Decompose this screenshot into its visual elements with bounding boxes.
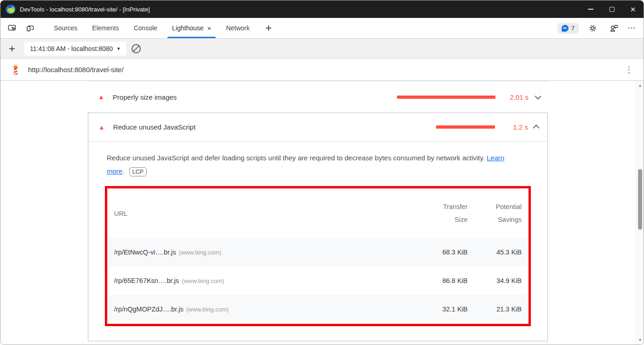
- resource-url: /rp/nQgMOPZdJ….br.js: [114, 305, 184, 313]
- transfer-size-cell: 68.3 KiB: [420, 238, 474, 266]
- more-options-button[interactable]: ⋯: [627, 23, 636, 33]
- report-menu-button[interactable]: ⋮: [621, 64, 637, 75]
- devtools-window: DevTools - localhost:8080/travel-site/ -…: [0, 0, 644, 345]
- transfer-size-cell: 32.1 KiB: [420, 295, 474, 324]
- tab-sources[interactable]: Sources: [46, 18, 85, 38]
- audit-impact-bar: [436, 125, 495, 129]
- audit-reduce-unused-javascript: ▲ Reduce unused JavaScript 1.2 s Reduce …: [88, 113, 548, 341]
- minimize-button[interactable]: [580, 0, 601, 18]
- resource-host: (www.bing.com): [186, 306, 229, 313]
- url-cell: /rp/EtNwcQ-vi….br.js(www.bing.com): [108, 238, 420, 266]
- issues-bubble-icon: [562, 25, 569, 32]
- add-tab-button[interactable]: +: [257, 18, 280, 38]
- fail-triangle-icon: ▲: [98, 93, 104, 101]
- settings-button[interactable]: [585, 21, 600, 35]
- report-content: ▲ Properly size images 2.01 s ▲ Reduce u…: [0, 81, 644, 345]
- potential-savings-cell: 34.9 KiB: [474, 266, 529, 295]
- report-url: http://localhost:8080/travel-site/: [28, 66, 124, 74]
- resource-url: /rp/65E767Ksn….br.js: [114, 277, 179, 284]
- tab-close-icon[interactable]: ×: [207, 25, 212, 32]
- punctuation: .: [122, 167, 124, 175]
- audit-metric: 1.2 s: [436, 123, 539, 131]
- clear-reports-button[interactable]: [132, 44, 141, 53]
- close-icon: ✕: [630, 6, 636, 13]
- dropdown-caret-icon: ▼: [116, 46, 121, 51]
- tab-label: Elements: [92, 24, 119, 32]
- gear-icon: [588, 23, 598, 33]
- column-header-transfer-size: Transfer Size: [420, 189, 474, 238]
- close-button[interactable]: ✕: [622, 0, 644, 18]
- lighthouse-icon: [11, 64, 21, 76]
- tab-label: Lighthouse: [172, 24, 204, 32]
- device-toolbar-icon: [25, 23, 34, 33]
- new-report-button[interactable]: +: [5, 42, 19, 55]
- chevron-up-icon[interactable]: [533, 124, 540, 131]
- resource-host: (www.bing.com): [179, 249, 221, 256]
- lcp-metric-badge: LCP: [129, 167, 147, 177]
- tab-label: Console: [134, 24, 157, 32]
- scroll-down-arrow[interactable]: ▼: [636, 336, 644, 344]
- scroll-up-arrow[interactable]: ▲: [636, 82, 644, 89]
- feedback-button[interactable]: [606, 21, 621, 35]
- highlighted-table-region: URL Transfer Size Potential Savings /rp/…: [105, 186, 531, 326]
- audit-list: ▲ Properly size images 2.01 s ▲ Reduce u…: [88, 81, 548, 341]
- audit-properly-size-images[interactable]: ▲ Properly size images 2.01 s: [88, 81, 548, 113]
- window-controls: ✕: [580, 0, 644, 18]
- feedback-icon: [609, 23, 619, 33]
- tab-elements[interactable]: Elements: [85, 18, 126, 38]
- column-header-potential-savings: Potential Savings: [474, 189, 529, 238]
- toggle-device-toolbar-button[interactable]: [23, 21, 37, 35]
- report-selector-label: 11:41:08 AM - localhost:8080: [30, 45, 113, 52]
- column-header-url: URL: [108, 189, 420, 238]
- audit-header[interactable]: ▲ Reduce unused JavaScript 1.2 s: [88, 113, 547, 141]
- potential-savings-cell: 45.3 KiB: [474, 238, 529, 266]
- unused-javascript-table: URL Transfer Size Potential Savings /rp/…: [107, 188, 529, 324]
- inspect-icon: [8, 23, 17, 33]
- lighthouse-toolbar: + 11:41:08 AM - localhost:8080 ▼: [0, 39, 644, 59]
- devtools-toolbar-right: 7 ⋯: [558, 18, 644, 38]
- table-header-row: URL Transfer Size Potential Savings: [108, 189, 529, 238]
- audit-description: Reduce unused JavaScript and defer loadi…: [88, 141, 539, 178]
- maximize-button[interactable]: [601, 0, 622, 18]
- audit-value: 2.01 s: [495, 93, 529, 101]
- minimize-icon: [588, 9, 593, 10]
- vertical-scrollbar[interactable]: ▲ ▼: [636, 81, 644, 345]
- table-row: /rp/nQgMOPZdJ….br.js(www.bing.com) 32.1 …: [108, 295, 529, 324]
- potential-savings-cell: 21.3 KiB: [474, 295, 529, 324]
- transfer-size-cell: 86.8 KiB: [420, 266, 474, 295]
- tab-label: Sources: [54, 24, 77, 32]
- audit-title: Properly size images: [113, 93, 177, 101]
- issues-count: 7: [571, 25, 575, 32]
- tab-lighthouse[interactable]: Lighthouse ×: [165, 18, 218, 38]
- resource-url: /rp/EtNwcQ-vi….br.js: [114, 249, 176, 256]
- table-row: /rp/65E767Ksn….br.js(www.bing.com) 86.8 …: [108, 266, 529, 295]
- maximize-icon: [610, 7, 615, 12]
- url-cell: /rp/nQgMOPZdJ….br.js(www.bing.com): [108, 295, 420, 324]
- devtools-tab-bar: Sources Elements Console Lighthouse × Ne…: [0, 18, 644, 39]
- devtools-tool-icons: [0, 18, 40, 38]
- fail-triangle-icon: ▲: [98, 124, 105, 131]
- audit-title: Reduce unused JavaScript: [113, 123, 196, 131]
- devtools-tabs: Sources Elements Console Lighthouse × Ne…: [46, 18, 280, 38]
- scrollbar-thumb[interactable]: [638, 169, 642, 230]
- report-selector-dropdown[interactable]: 11:41:08 AM - localhost:8080 ▼: [24, 42, 126, 56]
- edge-logo-icon: [6, 5, 15, 14]
- audit-description-text: Reduce unused JavaScript and defer loadi…: [107, 154, 485, 162]
- audit-metric: 2.01 s: [397, 93, 540, 101]
- tab-network[interactable]: Network: [218, 18, 257, 38]
- audit-impact-bar: [397, 96, 495, 99]
- title-bar: DevTools - localhost:8080/travel-site/ -…: [0, 0, 644, 18]
- window-title: DevTools - localhost:8080/travel-site/ -…: [20, 6, 150, 13]
- url-cell: /rp/65E767Ksn….br.js(www.bing.com): [108, 266, 420, 295]
- tab-console[interactable]: Console: [126, 18, 165, 38]
- audit-value: 1.2 s: [495, 123, 528, 131]
- issues-counter-button[interactable]: 7: [558, 23, 579, 34]
- table-row: /rp/EtNwcQ-vi….br.js(www.bing.com) 68.3 …: [108, 238, 529, 266]
- tab-label: Network: [226, 24, 249, 32]
- inspect-element-button[interactable]: [5, 21, 20, 35]
- resource-host: (www.bing.com): [182, 277, 224, 284]
- chevron-down-icon[interactable]: [535, 93, 541, 100]
- report-url-bar: http://localhost:8080/travel-site/ ⋮: [0, 59, 644, 81]
